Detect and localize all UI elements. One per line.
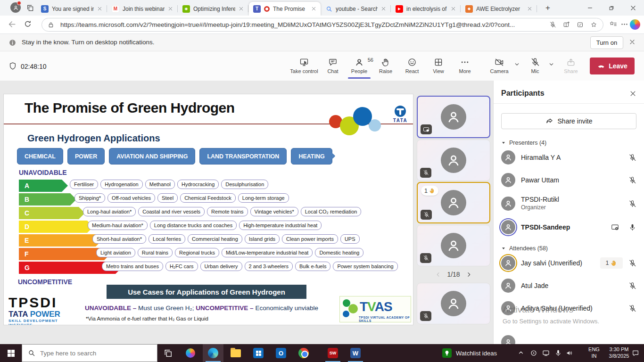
notification-text: Stay in the know. Turn on desktop notifi… <box>22 39 154 46</box>
participant-role: Organizer <box>521 204 623 212</box>
taskbar-search-input[interactable] <box>40 350 139 357</box>
browser-tab-teams-active[interactable]: T The Promise <box>249 2 321 16</box>
view-button[interactable]: View <box>428 58 449 77</box>
react-button[interactable]: React <box>401 58 423 77</box>
taskbar-chrome-button[interactable] <box>293 344 314 362</box>
taskbar-search[interactable] <box>22 344 157 362</box>
browser-tab-7[interactable]: ◆ AWE Electrolyzer <box>461 2 537 16</box>
participant-row[interactable]: Pawar Uttam <box>494 169 644 191</box>
window-minimize-button[interactable] <box>579 0 601 16</box>
application-pill: Desulphurisation <box>221 180 268 189</box>
browser-more-icon[interactable] <box>620 20 628 28</box>
tab-close-icon[interactable] <box>168 6 173 11</box>
mic-button[interactable]: Mic <box>526 58 545 77</box>
watchlist-widget[interactable]: Watchlist ideas <box>442 344 497 362</box>
split-screen-icon[interactable] <box>563 21 570 28</box>
tab-close-icon[interactable] <box>97 6 102 11</box>
application-pill: Mid/Low-temperature industrial heat <box>222 248 313 257</box>
tray-volume-icon[interactable] <box>566 349 573 357</box>
grade-bar: B <box>19 193 76 206</box>
attendees-section-header[interactable]: Attendees (58) <box>494 245 644 252</box>
video-tile[interactable] <box>417 225 490 266</box>
tray-meetnow-icon[interactable] <box>530 349 537 357</box>
tab-close-icon[interactable] <box>311 6 316 11</box>
voice-search-icon[interactable] <box>549 21 556 28</box>
video-tile-hand-raised[interactable]: 1 <box>417 182 490 223</box>
tray-expand-icon[interactable] <box>518 349 524 356</box>
more-button[interactable]: More <box>454 58 476 77</box>
taskbar-explorer-button[interactable] <box>225 344 246 362</box>
participant-row[interactable]: Aditya Sahu (Unverified) <box>494 297 644 320</box>
tray-mic-icon[interactable] <box>554 349 562 357</box>
slide-subtitle: Green Hydrogen Applications <box>27 133 160 144</box>
taskbar-edge-button[interactable] <box>203 344 223 362</box>
browser-tab-5[interactable]: youtube - Search <box>322 2 390 16</box>
pagination-prev-icon[interactable] <box>435 272 441 278</box>
tata-logo: TATA <box>389 106 411 123</box>
share-invite-button[interactable]: Share invite <box>501 113 636 129</box>
presenters-section-header[interactable]: Presenters (4) <box>494 140 644 146</box>
camera-options-chevron-icon[interactable] <box>514 61 520 67</box>
turn-on-button[interactable]: Turn on <box>590 36 623 49</box>
application-pill: Methanol <box>145 180 175 189</box>
taskbar-solidworks-button[interactable]: SW <box>322 344 343 362</box>
copilot-icon[interactable] <box>630 19 640 30</box>
language-indicator[interactable]: ENGIN <box>585 346 603 359</box>
url-bar[interactable] <box>41 18 603 32</box>
tab-close-icon[interactable] <box>381 6 386 11</box>
taskbar-word-button[interactable]: W <box>345 344 366 362</box>
chat-button[interactable]: Chat <box>322 58 343 77</box>
participant-row[interactable]: Hiramalla Y A <box>494 146 644 169</box>
browser-tab-6[interactable]: in electrolysis of <box>391 2 460 16</box>
workspaces-icon[interactable] <box>25 3 35 13</box>
tab-close-icon[interactable] <box>527 6 532 11</box>
video-tile[interactable] <box>417 283 490 324</box>
tab-title: AWE Electrolyzer <box>476 6 524 12</box>
taskbar-outlook-button[interactable]: O <box>271 344 291 362</box>
back-icon[interactable] <box>8 20 17 29</box>
new-tab-button[interactable]: + <box>543 4 553 13</box>
mic-options-chevron-icon[interactable] <box>548 61 554 67</box>
action-center-icon[interactable] <box>632 349 639 357</box>
people-button[interactable]: People 56 <box>347 58 372 77</box>
favorites-list-icon[interactable] <box>609 20 617 28</box>
share-button: Share <box>560 58 582 77</box>
tab-close-icon[interactable] <box>451 6 456 11</box>
video-tile-presenting[interactable] <box>417 96 490 138</box>
camera-button[interactable]: Camera <box>487 58 511 77</box>
browser-tab-3[interactable]: ◉ Optimizing Infere <box>178 2 248 16</box>
participant-row[interactable]: Atul Jade <box>494 274 644 297</box>
participant-row[interactable]: TPSDI-Sandeep <box>494 216 644 239</box>
tab-close-icon[interactable] <box>239 6 244 11</box>
notification-close-icon[interactable] <box>629 39 636 45</box>
application-pill: Clean power imports <box>282 234 338 244</box>
participant-row[interactable]: Jay salvi (Unverified) 1 <box>494 252 644 274</box>
taskbar-clock[interactable]: 3:30 PM3/8/2025 <box>605 346 633 359</box>
browser-tab-1[interactable]: S You are signed in <box>37 2 107 16</box>
task-view-button[interactable] <box>157 344 178 362</box>
leave-button[interactable]: Leave <box>590 58 635 74</box>
window-restore-button[interactable] <box>601 0 622 16</box>
refresh-icon[interactable] <box>24 20 32 28</box>
browser-tab-2[interactable]: M Join this webinar <box>107 2 177 16</box>
lock-icon <box>48 22 54 28</box>
panel-close-icon[interactable] <box>629 90 636 97</box>
application-pill: Coastal and river vessels <box>138 207 205 216</box>
raise-hand-button[interactable]: Raise <box>375 58 396 77</box>
taskbar-store-button[interactable] <box>248 344 269 362</box>
tray-display-icon[interactable] <box>542 349 550 357</box>
video-tile[interactable] <box>417 140 490 181</box>
favorite-star-icon[interactable] <box>590 21 597 28</box>
url-input[interactable] <box>60 21 546 28</box>
application-pill: Fertiliser <box>70 180 98 189</box>
pagination-next-icon[interactable] <box>466 272 472 278</box>
tab-title: You are signed in <box>52 6 94 12</box>
participant-row[interactable]: TPSDI-Rutikl Organizer <box>494 191 644 216</box>
mic-off-icon <box>628 304 636 313</box>
start-button[interactable] <box>0 344 22 362</box>
take-control-button[interactable]: Take control <box>288 58 320 77</box>
window-close-button[interactable] <box>622 0 644 16</box>
taskbar-copilot-button[interactable] <box>180 344 201 362</box>
application-pill: Power system balancing <box>333 262 397 271</box>
web-capture-icon[interactable] <box>577 21 584 28</box>
